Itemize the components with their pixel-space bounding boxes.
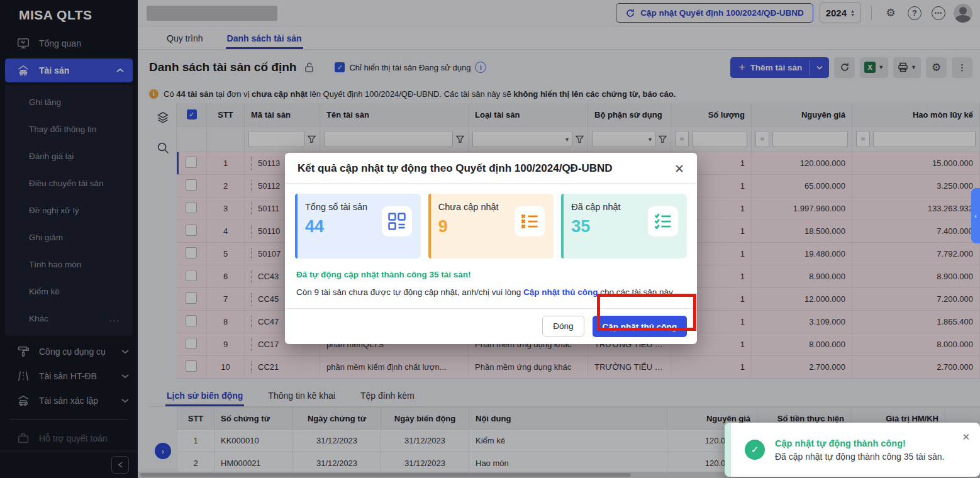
card-value: 9 xyxy=(438,217,499,236)
x-list-icon xyxy=(515,206,545,236)
summary-cards: Tổng số tài sản44Chưa cập nhật9Đã cập nh… xyxy=(295,194,687,258)
grid-list-icon xyxy=(382,206,412,236)
update-result-dialog: Kết quả cập nhật tự động theo Quyết định… xyxy=(285,153,697,344)
summary-card-updated: Đã cập nhật35 xyxy=(561,194,687,258)
close-icon[interactable]: ✕ xyxy=(674,163,684,175)
summary-card-pending: Chưa cập nhật9 xyxy=(428,194,554,258)
card-value: 44 xyxy=(305,217,367,236)
note-message: Còn 9 tài sản chưa được tự động cập nhật… xyxy=(296,287,686,297)
card-label: Tổng số tài sản xyxy=(305,202,367,212)
summary-card-total: Tổng số tài sản44 xyxy=(295,194,421,258)
card-label: Đã cập nhật xyxy=(571,202,620,212)
card-value: 35 xyxy=(571,217,620,236)
check-list-icon xyxy=(648,206,678,236)
card-label: Chưa cập nhật xyxy=(438,202,499,212)
toast-close-icon[interactable]: ✕ xyxy=(962,423,980,443)
right-panel-toggle[interactable]: ‹ xyxy=(971,188,980,243)
success-message: Đã tự động cập nhật thành công 35 tài sả… xyxy=(296,270,686,279)
dialog-title: Kết quả cập nhật tự động theo Quyết định… xyxy=(298,162,613,175)
app-window: MISA QLTS Tổng quan Tài sản Gh xyxy=(0,0,980,478)
toast-title: Cập nhật tự động thành công! xyxy=(775,438,944,448)
toast-accent-strip xyxy=(725,423,731,477)
close-button[interactable]: Đóng xyxy=(542,316,584,336)
toast-message: Đã cập nhật tự động thành công 35 tài sả… xyxy=(775,452,944,462)
manual-update-button[interactable]: Cập nhật thủ công xyxy=(593,316,688,337)
success-check-icon: ✓ xyxy=(745,440,765,460)
manual-update-link[interactable]: Cập nhật thủ công xyxy=(523,287,598,297)
success-toast: ✓ Cập nhật tự động thành công! Đã cập nh… xyxy=(725,423,980,477)
